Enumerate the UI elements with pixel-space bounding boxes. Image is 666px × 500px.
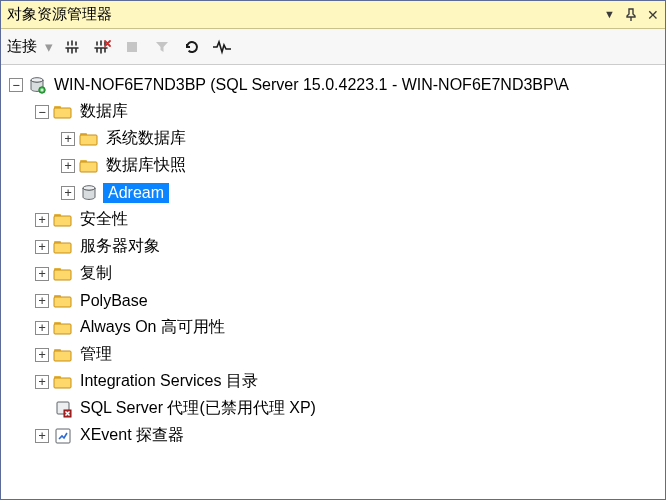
svg-rect-15 xyxy=(54,270,71,280)
xevent-label: XEvent 探查器 xyxy=(77,424,187,447)
tree-node-databases[interactable]: − 数据库 xyxy=(35,98,665,125)
integration-services-label: Integration Services 目录 xyxy=(77,370,261,393)
expand-icon[interactable]: + xyxy=(35,375,49,389)
panel-titlebar: 对象资源管理器 ▼ ✕ xyxy=(1,1,665,29)
database-snapshots-label: 数据库快照 xyxy=(103,154,189,177)
folder-icon xyxy=(53,373,73,391)
tree-node-server[interactable]: − WIN-NOF6E7ND3BP (SQL Server 15.0.4223.… xyxy=(9,71,665,98)
alwayson-label: Always On 高可用性 xyxy=(77,316,228,339)
agent-disabled-icon xyxy=(53,400,73,418)
activity-icon[interactable] xyxy=(209,33,235,61)
tree-node-integration-services[interactable]: + Integration Services 目录 xyxy=(35,368,665,395)
database-icon xyxy=(79,184,99,202)
tree-node-database-snapshots[interactable]: + 数据库快照 xyxy=(61,152,665,179)
collapse-icon[interactable]: − xyxy=(9,78,23,92)
svg-rect-11 xyxy=(54,216,71,226)
server-icon xyxy=(27,76,47,94)
expand-icon[interactable]: + xyxy=(35,429,49,443)
connect-server-button[interactable] xyxy=(59,33,85,61)
databases-label: 数据库 xyxy=(77,100,131,123)
separator: ▾ xyxy=(43,38,55,56)
close-icon[interactable]: ✕ xyxy=(647,8,659,22)
folder-icon xyxy=(79,130,99,148)
tree-node-adream[interactable]: + Adream xyxy=(61,179,665,206)
tree-node-xevent[interactable]: + XEvent 探查器 xyxy=(35,422,665,449)
refresh-button[interactable] xyxy=(179,33,205,61)
sql-agent-label: SQL Server 代理(已禁用代理 XP) xyxy=(77,397,319,420)
svg-rect-17 xyxy=(54,297,71,307)
svg-rect-19 xyxy=(54,324,71,334)
svg-rect-6 xyxy=(80,135,97,145)
tree-node-sql-agent[interactable]: + SQL Server 代理(已禁用代理 XP) xyxy=(35,395,665,422)
svg-rect-0 xyxy=(127,42,137,52)
expand-icon[interactable]: + xyxy=(61,186,75,200)
expand-icon[interactable]: + xyxy=(35,321,49,335)
folder-icon xyxy=(53,292,73,310)
folder-icon xyxy=(53,103,73,121)
expand-icon[interactable]: + xyxy=(35,348,49,362)
tree-node-security[interactable]: + 安全性 xyxy=(35,206,665,233)
expand-icon[interactable]: + xyxy=(61,159,75,173)
filter-icon[interactable] xyxy=(149,33,175,61)
tree-node-system-databases[interactable]: + 系统数据库 xyxy=(61,125,665,152)
expand-icon[interactable]: + xyxy=(35,294,49,308)
polybase-label: PolyBase xyxy=(77,291,151,311)
management-label: 管理 xyxy=(77,343,115,366)
folder-icon xyxy=(53,238,73,256)
svg-rect-23 xyxy=(54,378,71,388)
adream-label: Adream xyxy=(103,183,169,203)
server-objects-label: 服务器对象 xyxy=(77,235,163,258)
svg-rect-13 xyxy=(54,243,71,253)
toolbar: 连接 ▾ xyxy=(1,29,665,65)
tree-view[interactable]: − WIN-NOF6E7ND3BP (SQL Server 15.0.4223.… xyxy=(1,65,665,499)
svg-rect-21 xyxy=(54,351,71,361)
folder-icon xyxy=(53,265,73,283)
collapse-icon[interactable]: − xyxy=(35,105,49,119)
panel-window-controls: ▼ ✕ xyxy=(604,8,659,22)
tree-node-management[interactable]: + 管理 xyxy=(35,341,665,368)
xevent-icon xyxy=(53,427,73,445)
connect-button[interactable]: 连接 xyxy=(7,37,37,56)
expand-icon[interactable]: + xyxy=(35,213,49,227)
server-label: WIN-NOF6E7ND3BP (SQL Server 15.0.4223.1 … xyxy=(51,75,572,95)
folder-icon xyxy=(79,157,99,175)
svg-rect-4 xyxy=(54,108,71,118)
svg-rect-8 xyxy=(80,162,97,172)
stop-button[interactable] xyxy=(119,33,145,61)
tree-node-replication[interactable]: + 复制 xyxy=(35,260,665,287)
security-label: 安全性 xyxy=(77,208,131,231)
expand-icon[interactable]: + xyxy=(35,240,49,254)
tree-node-server-objects[interactable]: + 服务器对象 xyxy=(35,233,665,260)
pin-icon[interactable] xyxy=(625,8,637,22)
folder-icon xyxy=(53,346,73,364)
expand-icon[interactable]: + xyxy=(61,132,75,146)
replication-label: 复制 xyxy=(77,262,115,285)
folder-icon xyxy=(53,211,73,229)
disconnect-button[interactable] xyxy=(89,33,115,61)
folder-icon xyxy=(53,319,73,337)
expand-icon[interactable]: + xyxy=(35,267,49,281)
panel-title: 对象资源管理器 xyxy=(7,5,604,24)
tree-node-polybase[interactable]: + PolyBase xyxy=(35,287,665,314)
dropdown-icon[interactable]: ▼ xyxy=(604,9,615,20)
system-databases-label: 系统数据库 xyxy=(103,127,189,150)
tree-node-alwayson[interactable]: + Always On 高可用性 xyxy=(35,314,665,341)
